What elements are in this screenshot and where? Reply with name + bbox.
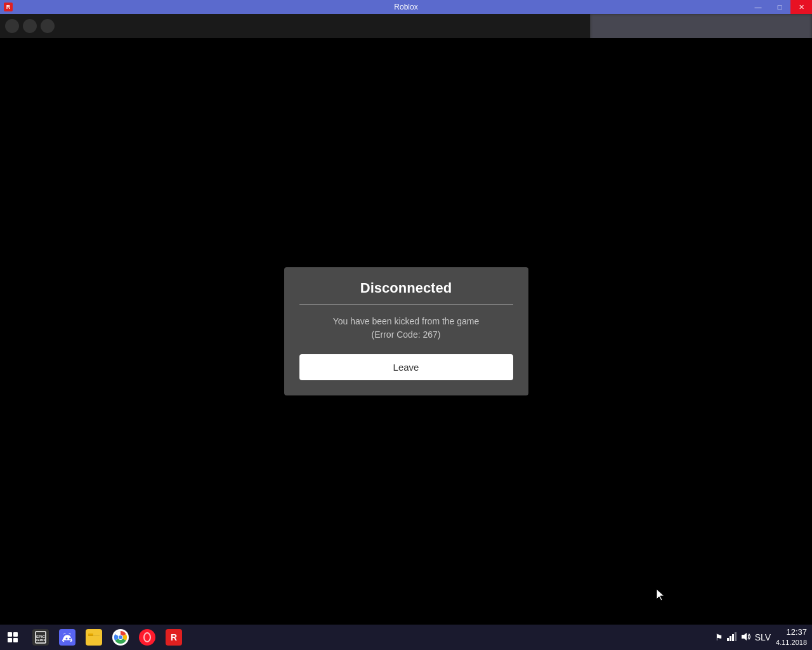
roblox-title-icon: R [4, 3, 13, 11]
window-controls: — □ ✕ [747, 0, 812, 14]
minimize-button[interactable]: — [747, 0, 769, 14]
maximize-button[interactable]: □ [769, 0, 790, 14]
system-tray: ⚑ SLV [715, 632, 771, 643]
titlebar: R Roblox — □ ✕ [0, 0, 812, 14]
window-title: Roblox [394, 3, 417, 11]
modal-divider [299, 304, 513, 305]
svg-rect-16 [735, 632, 737, 641]
clock: 12:37 4.11.2018 [776, 627, 807, 647]
titlebar-left: R [0, 3, 13, 11]
files-icon [86, 629, 102, 646]
modal-message-line2: (Error Code: 267) [372, 329, 441, 340]
taskbar-apps: EPIC GAMES [25, 625, 189, 650]
taskbar: EPIC GAMES [0, 625, 812, 650]
modal-title: Disconnected [299, 280, 513, 296]
taskbar-opera[interactable] [134, 625, 160, 650]
leave-button[interactable]: Leave [299, 354, 513, 380]
modal-message: You have been kicked from the game (Erro… [299, 315, 513, 342]
modal-message-line1: You have been kicked from the game [333, 316, 480, 326]
svg-rect-14 [730, 636, 731, 641]
signal-icon [727, 632, 737, 643]
toolbar-dot-1 [5, 19, 19, 33]
taskbar-discord[interactable] [55, 625, 80, 650]
windows-icon [8, 632, 18, 642]
svg-marker-17 [742, 633, 747, 640]
svg-rect-15 [732, 634, 734, 641]
discord-icon [59, 629, 75, 646]
language-label: SLV [755, 632, 771, 642]
taskbar-right: ⚑ SLV 12:37 4.11.2018 [715, 627, 812, 647]
chrome-icon [112, 629, 129, 646]
epic-games-icon: EPIC GAMES [32, 629, 49, 646]
taskbar-files[interactable] [81, 625, 107, 650]
opera-icon [139, 629, 155, 646]
svg-rect-13 [727, 638, 729, 641]
taskbar-chrome[interactable] [108, 625, 133, 650]
toolbar-dot-2 [23, 19, 37, 33]
close-button[interactable]: ✕ [790, 0, 812, 14]
start-button[interactable] [0, 625, 25, 650]
main-content: Disconnected You have been kicked from t… [0, 38, 812, 625]
taskbar-epic-games[interactable]: EPIC GAMES [28, 625, 53, 650]
svg-point-8 [119, 635, 122, 639]
disconnected-modal: Disconnected You have been kicked from t… [284, 267, 528, 395]
clock-time: 12:37 [776, 627, 807, 638]
roblox-icon: R [166, 629, 182, 646]
toolbar-dot-3 [41, 19, 55, 33]
svg-text:R: R [171, 632, 177, 642]
svg-text:GAMES: GAMES [36, 639, 46, 642]
volume-icon [741, 632, 751, 643]
clock-date: 4.11.2018 [776, 638, 807, 647]
flag-icon: ⚑ [715, 632, 723, 642]
taskbar-roblox[interactable]: R [161, 625, 187, 650]
modal-overlay: Disconnected You have been kicked from t… [0, 38, 812, 625]
